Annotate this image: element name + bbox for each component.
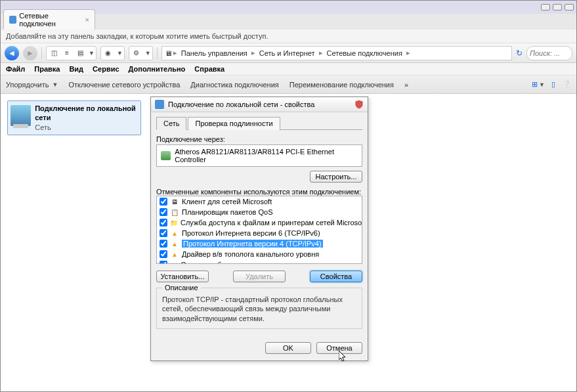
- component-checkbox[interactable]: [160, 240, 167, 248]
- protocol-icon: ▲: [170, 250, 179, 259]
- adapter-icon: [161, 151, 171, 160]
- gear-icon[interactable]: ⚙: [131, 48, 142, 58]
- chevron-down-icon[interactable]: ▼: [89, 50, 95, 56]
- dialog-titlebar[interactable]: Подключение по локальной сети - свойства: [151, 97, 368, 112]
- menu-view[interactable]: Вид: [69, 65, 83, 73]
- dialog-title: Подключение по локальной сети - свойства: [168, 100, 314, 108]
- view-icon[interactable]: ⊞▼: [532, 80, 545, 89]
- install-button[interactable]: Установить...: [156, 271, 209, 282]
- cmd-organize[interactable]: Упорядочить▼: [6, 81, 58, 89]
- breadcrumb[interactable]: 🖥 ▸ Панель управления ▸ Сеть и Интернет …: [161, 46, 512, 60]
- component-checkbox[interactable]: [160, 208, 167, 216]
- view-mode-group: ◫ ≡ ▤ ▼: [46, 46, 96, 60]
- properties-button[interactable]: Свойства: [310, 271, 362, 282]
- back-button[interactable]: ◄: [5, 46, 19, 60]
- properties-dialog: Подключение по локальной сети - свойства…: [150, 97, 368, 361]
- configure-button[interactable]: Настроить...: [310, 171, 362, 183]
- computer-icon: 🖥: [165, 49, 172, 57]
- command-bar: Упорядочить▼ Отключение сетевого устройс…: [1, 76, 576, 94]
- menu-edit[interactable]: Правка: [34, 65, 60, 73]
- maximize-button[interactable]: [553, 4, 562, 11]
- protocol-icon: ▲: [170, 229, 179, 238]
- connect-via-label: Подключение через:: [156, 135, 362, 143]
- menu-advanced[interactable]: Дополнительно: [129, 65, 186, 73]
- minimize-button[interactable]: [541, 4, 550, 11]
- adapter-name: Atheros AR8121/AR8113/AR8114 PCI-E Ether…: [175, 148, 358, 163]
- component-list[interactable]: 🖥 Клиент для сетей Microsoft 📋 Планировщ…: [156, 196, 362, 264]
- view-details-icon[interactable]: ▤: [74, 48, 86, 58]
- adapter-box: Atheros AR8121/AR8113/AR8114 PCI-E Ether…: [156, 144, 362, 167]
- preview-group: ◉ ▼: [100, 46, 125, 60]
- breadcrumb-item[interactable]: Сеть и Интернет: [257, 49, 318, 57]
- description-text: Протокол TCP/IP - стандартный протокол г…: [162, 295, 356, 323]
- eye-icon[interactable]: ◉: [102, 48, 114, 58]
- dialog-footer: OK Отмена: [151, 336, 368, 360]
- cmd-disable[interactable]: Отключение сетевого устройства: [68, 81, 180, 89]
- network-icon: [9, 16, 16, 24]
- connection-item[interactable]: Подключение по локальной сети Сеть: [7, 100, 141, 135]
- component-item[interactable]: 📋 Планировщик пакетов QoS: [157, 207, 362, 217]
- refresh-icon[interactable]: ↻: [516, 49, 523, 58]
- component-item[interactable]: 🖥 Клиент для сетей Microsoft: [157, 196, 362, 207]
- component-item[interactable]: 📁 Служба доступа к файлам и принтерам се…: [157, 217, 362, 228]
- component-checkbox[interactable]: [160, 198, 167, 206]
- menu-bar: Файл Правка Вид Сервис Дополнительно Спр…: [1, 63, 576, 76]
- cmd-diagnose[interactable]: Диагностика подключения: [190, 81, 278, 89]
- cancel-button[interactable]: Отмена: [316, 342, 362, 354]
- shield-icon: [354, 100, 364, 109]
- chevron-right-icon: ▸: [319, 49, 323, 57]
- settings-group: ⚙ ▼: [129, 46, 153, 60]
- menu-service[interactable]: Сервис: [93, 65, 119, 73]
- components-label: Отмеченные компоненты используются этим …: [156, 188, 362, 196]
- ok-button[interactable]: OK: [265, 342, 311, 354]
- bookmarks-hint: Добавляйте на эту панель закладки, к кот…: [6, 32, 268, 40]
- close-button[interactable]: [565, 4, 574, 11]
- component-item[interactable]: ▲ Ответчик обнаружения топологии канальн…: [157, 259, 362, 264]
- cmd-more[interactable]: »: [404, 81, 408, 89]
- content-area: Подключение по локальной сети Сеть Подкл…: [1, 94, 576, 391]
- chevron-right-icon: ▸: [173, 49, 177, 57]
- tab-close-icon[interactable]: ×: [85, 16, 89, 24]
- tab-network[interactable]: Сеть: [156, 117, 186, 130]
- tab-title: Сетевые подключен: [19, 12, 82, 28]
- bookmarks-bar: Добавляйте на эту панель закладки, к кот…: [1, 30, 576, 43]
- remove-button: Удалить: [233, 271, 286, 282]
- cmd-rename[interactable]: Переименование подключения: [289, 81, 394, 89]
- description-legend: Описание: [162, 284, 201, 292]
- breadcrumb-item[interactable]: Панель управления: [179, 49, 250, 57]
- browser-tab[interactable]: Сетевые подключен ×: [3, 9, 95, 30]
- protocol-icon: ▲: [170, 239, 179, 248]
- component-checkbox[interactable]: [160, 250, 167, 258]
- network-icon: [155, 100, 164, 109]
- toolbar: ◄ ► ◫ ≡ ▤ ▼ ◉ ▼ ⚙ ▼ 🖥 ▸ Панель управлени…: [1, 43, 576, 63]
- menu-file[interactable]: Файл: [6, 65, 25, 73]
- breadcrumb-item[interactable]: Сетевые подключения: [324, 49, 405, 57]
- component-item[interactable]: ▲ Протокол Интернета версии 6 (TCP/IPv6): [157, 228, 362, 238]
- component-checkbox[interactable]: [160, 229, 167, 237]
- chevron-right-icon: ▸: [251, 49, 255, 57]
- client-icon: 🖥: [170, 197, 179, 206]
- chevron-right-icon: ▸: [406, 49, 410, 57]
- forward-button[interactable]: ►: [23, 46, 37, 60]
- tab-strip: Сетевые подключен ×: [1, 14, 576, 30]
- search-input[interactable]: [526, 46, 572, 60]
- chevron-down-icon[interactable]: ▼: [145, 50, 151, 56]
- menu-help[interactable]: Справка: [194, 65, 224, 73]
- view-icon[interactable]: ◫: [48, 48, 60, 58]
- help-icon[interactable]: ❔: [562, 80, 571, 89]
- view-list-icon[interactable]: ≡: [61, 48, 73, 58]
- component-checkbox[interactable]: [160, 261, 167, 264]
- protocol-icon: ▲: [170, 260, 178, 264]
- connection-text: Подключение по локальной сети Сеть: [35, 104, 138, 132]
- dialog-tabs: Сеть Проверка подлинности: [156, 116, 362, 130]
- connection-title: Подключение по локальной сети: [35, 104, 138, 123]
- component-item-selected[interactable]: ▲ Протокол Интернета версии 4 (TCP/IPv4): [157, 238, 362, 249]
- tab-auth[interactable]: Проверка подлинности: [188, 117, 280, 130]
- component-checkbox[interactable]: [160, 219, 167, 227]
- share-icon: 📁: [170, 218, 178, 227]
- chevron-down-icon[interactable]: ▼: [117, 50, 123, 56]
- preview-pane-icon[interactable]: ▯: [551, 80, 555, 89]
- qos-icon: 📋: [170, 207, 179, 217]
- component-item[interactable]: ▲ Драйвер в/в тополога канального уровня: [157, 249, 362, 259]
- description-box: Описание Протокол TCP/IP - стандартный п…: [156, 288, 362, 329]
